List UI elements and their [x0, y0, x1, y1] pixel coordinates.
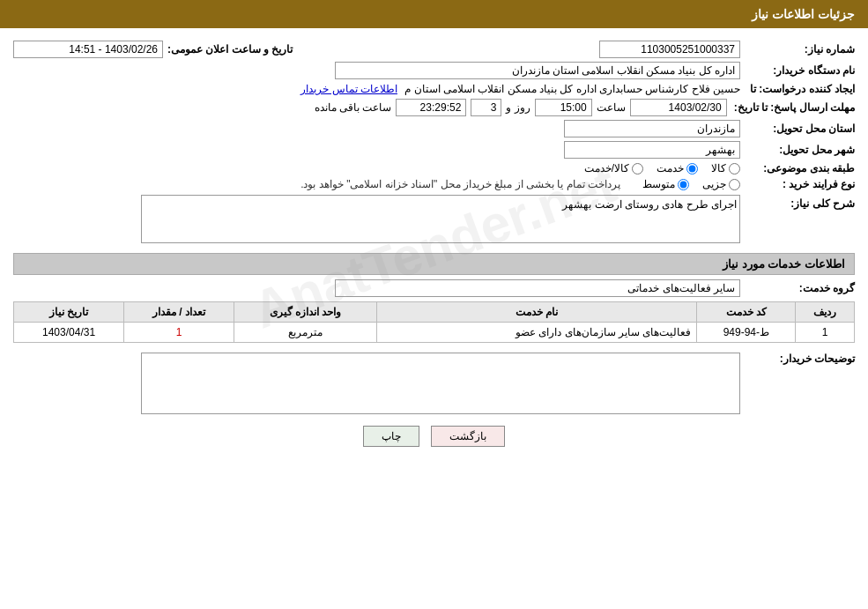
page-title: جزئیات اطلاعات نیاز: [752, 7, 855, 21]
cell-vahed: مترمربع: [234, 323, 377, 343]
page-wrapper: جزئیات اطلاعات نیاز AnatTender.net شماره…: [0, 0, 868, 609]
content-area: AnatTender.net شماره نیاز: تاریخ و ساعت …: [0, 28, 868, 464]
label-sharh: شرح کلی نیاز:: [740, 195, 855, 210]
th-vahed: واحد اندازه گیری: [234, 302, 377, 323]
th-tarikh: تاریخ نیاز: [14, 302, 124, 323]
th-tedad: تعداد / مقدار: [124, 302, 234, 323]
link-ijadKonande[interactable]: اطلاعات تماس خریدار: [300, 83, 397, 95]
back-button[interactable]: بازگشت: [431, 426, 505, 447]
radio-jozi[interactable]: جزیی: [702, 178, 740, 190]
cell-kodKhadamat: ط-94-949: [697, 323, 796, 343]
page-header: جزئیات اطلاعات نیاز: [0, 0, 868, 28]
input-shomareNiaz[interactable]: [599, 41, 740, 58]
label-namDastgah: نام دستگاه خریدار:: [740, 64, 855, 77]
value-shahr: [13, 141, 740, 159]
radio-khedmat-label: خدمت: [657, 162, 684, 175]
input-namDastgah[interactable]: [335, 62, 740, 79]
buttons-row: بازگشت چاپ: [13, 426, 855, 447]
table-header-row: ردیف کد خدمت نام خدمت واحد اندازه گیری ت…: [14, 302, 855, 323]
textarea-sharh[interactable]: اجرای طرح هادی روستای ارضت بهشهر: [141, 195, 740, 243]
row-ostan: استان محل تحویل:: [13, 120, 855, 137]
label-tozihat: توضیحات خریدار:: [740, 350, 855, 365]
row-sharh: شرح کلی نیاز: اجرای طرح هادی روستای ارضت…: [13, 195, 855, 246]
label-noe: نوع فرایند خرید :: [740, 178, 855, 190]
input-shahr[interactable]: [564, 141, 740, 159]
th-namKhadamat: نام خدمت: [377, 302, 697, 323]
input-mohlatRoz[interactable]: [471, 99, 501, 116]
text-ijadKonande: حسین فلاح کارشناس حسابداری اداره کل بنیا…: [404, 83, 740, 95]
value-ijadKonande: حسین فلاح کارشناس حسابداری اداره کل بنیا…: [13, 83, 740, 95]
row-grohe: گروه خدمت:: [13, 279, 855, 297]
radio-jozi-label: جزیی: [702, 178, 726, 190]
print-button[interactable]: چاپ: [363, 426, 419, 447]
row-mohlat: مهلت ارسال پاسخ: تا تاریخ: ساعت روز و سا…: [13, 99, 855, 116]
label-mohlatSaat: ساعت: [597, 101, 626, 114]
input-ostan[interactable]: [564, 120, 740, 137]
value-ostan: [13, 120, 740, 137]
row-tabaqe: طبقه بندی موضوعی: کالا خدمت کالا/خدمت: [13, 162, 855, 175]
radio-kala-khedmat-label: کالا/خدمت: [584, 162, 629, 175]
radio-motavaset-input[interactable]: [678, 179, 689, 190]
label-mohlatRoz: روز و: [506, 101, 530, 114]
value-tozihat: [13, 350, 740, 417]
value-tabaqe: کالا خدمت کالا/خدمت: [13, 162, 740, 175]
cell-radif: 1: [796, 323, 855, 343]
value-mohlat: ساعت روز و ساعت باقی مانده: [13, 99, 727, 116]
cell-tedad: 1: [124, 323, 234, 343]
label-shahr: شهر محل تحویل:: [740, 144, 855, 156]
label-ostan: استان محل تحویل:: [740, 123, 855, 135]
row-tozihat: توضیحات خریدار:: [13, 350, 855, 417]
row-noe: نوع فرایند خرید : جزیی متوسط پرداخت تمام…: [13, 178, 855, 190]
value-sharh: اجرای طرح هادی روستای ارضت بهشهر: [13, 195, 740, 246]
radio-kala[interactable]: کالا: [711, 162, 740, 175]
radio-motavaset-label: متوسط: [642, 178, 675, 190]
cell-namKhadamat: فعالیت‌های سایر سازمان‌های دارای عضو: [377, 323, 697, 343]
input-mohlatMande[interactable]: [396, 99, 466, 116]
label-tarikh: تاریخ و ساعت اعلان عمومی:: [167, 43, 293, 56]
text-noeFarayand: پرداخت تمام یا بخشی از مبلغ خریداز محل "…: [300, 178, 620, 190]
cell-tarikh: 1403/04/31: [14, 323, 124, 343]
label-shomareNiaz: شماره نیاز:: [740, 43, 855, 56]
table-row: 1 ط-94-949 فعالیت‌های سایر سازمان‌های دا…: [14, 323, 855, 343]
textarea-tozihat[interactable]: [141, 353, 740, 414]
th-radif: ردیف: [796, 302, 855, 323]
row-namDastgah: نام دستگاه خریدار:: [13, 62, 855, 79]
radio-kala-label: کالا: [711, 162, 726, 175]
value-grohe: [13, 279, 740, 297]
row-shomareNiaz: شماره نیاز: تاریخ و ساعت اعلان عمومی:: [13, 41, 855, 58]
input-mohlatSaat[interactable]: [535, 99, 592, 116]
value-shomareNiaz: [319, 41, 740, 58]
row-ijadKonande: ایجاد کننده درخواست: تا حسین فلاح کارشنا…: [13, 83, 855, 95]
section-title-services: اطلاعات خدمات مورد نیاز: [13, 253, 855, 275]
radio-khedmat-input[interactable]: [686, 163, 698, 175]
row-shahr: شهر محل تحویل:: [13, 141, 855, 159]
services-table: ردیف کد خدمت نام خدمت واحد اندازه گیری ت…: [13, 301, 855, 343]
input-tarikh[interactable]: [13, 41, 163, 58]
radio-kala-input[interactable]: [729, 163, 740, 175]
radio-kala-khedmat[interactable]: کالا/خدمت: [584, 162, 643, 175]
radio-motavaset[interactable]: متوسط: [642, 178, 689, 190]
label-tabaqe: طبقه بندی موضوعی:: [740, 162, 855, 175]
th-kodKhadamat: کد خدمت: [697, 302, 796, 323]
value-noe: جزیی متوسط پرداخت تمام یا بخشی از مبلغ خ…: [13, 178, 740, 190]
radio-khedmat[interactable]: خدمت: [657, 162, 698, 175]
label-ijadKonande: ایجاد کننده درخواست: تا: [740, 83, 855, 95]
value-namDastgah: [13, 62, 740, 79]
input-grohe[interactable]: [335, 279, 740, 297]
radio-kala-khedmat-input[interactable]: [632, 163, 643, 175]
label-grohe: گروه خدمت:: [740, 282, 855, 294]
input-mohlatDate[interactable]: [630, 99, 727, 116]
radio-jozi-input[interactable]: [729, 179, 740, 190]
label-mohlat: مهلت ارسال پاسخ: تا تاریخ:: [727, 101, 855, 114]
label-mohlatMande: ساعت باقی مانده: [315, 101, 392, 114]
